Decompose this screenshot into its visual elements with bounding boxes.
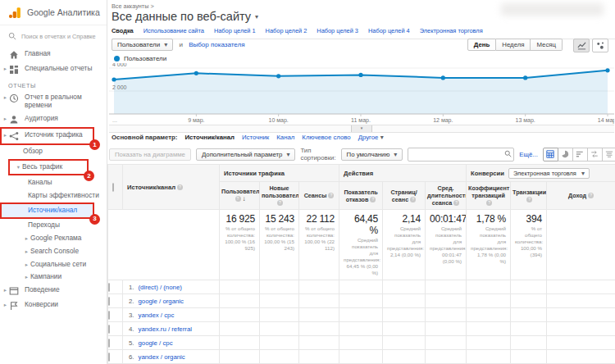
sidebar-item-search-console[interactable]: ▸Search Console — [0, 245, 107, 258]
primary-dimension-link[interactable]: Источник — [242, 134, 269, 141]
summary-cell: 00:01:47Средний показатель для представл… — [426, 210, 467, 280]
tab-6[interactable]: Набор целей 4 — [368, 27, 410, 34]
comparison-view-button[interactable] — [588, 148, 603, 162]
sidebar-item-специальные-отчеты[interactable]: ▸Специальные отчеты — [0, 62, 107, 77]
row-metric-cell — [467, 280, 511, 294]
plot-rows-button[interactable]: Показать на диаграмме — [109, 148, 191, 161]
source-link[interactable]: yandex / cpc — [139, 312, 175, 319]
row-metric-cell — [260, 322, 299, 336]
expand-arrow-icon: ▸ — [2, 302, 9, 308]
row-checkbox[interactable] — [108, 311, 110, 320]
help-icon: ? — [277, 200, 283, 206]
sidebar-item-главная[interactable]: Главная — [0, 48, 107, 62]
source-column-header[interactable]: Источник/канал? — [123, 165, 220, 210]
group-header-acquisition: Источники трафика — [220, 165, 339, 182]
summary-cell: 2,14Средний показатель для представления… — [383, 210, 426, 280]
source-link[interactable]: google / organic — [139, 298, 184, 305]
tab-7[interactable]: Электронная торговля — [420, 27, 483, 34]
sidebar-item-label: Search Console — [30, 248, 103, 256]
sidebar-item-конверсии[interactable]: ▸Конверсии — [0, 298, 107, 313]
column-header[interactable]: Коэффициент транзакций? — [467, 182, 511, 210]
sidebar: Google Аналитика Поиск в отчетах и Справ… — [0, 0, 107, 364]
sidebar-item-аудитория[interactable]: ▸Аудитория — [0, 112, 107, 127]
tab-4[interactable]: Набор целей 2 — [266, 27, 308, 34]
annotation-badge-2: 2 — [84, 171, 94, 181]
primary-dimension-link[interactable]: Ключевое слово — [302, 134, 350, 141]
column-header[interactable]: Сред. длительность сеанса? — [426, 182, 467, 210]
line-chart-button[interactable] — [573, 39, 590, 52]
table-search-input[interactable] — [408, 148, 514, 162]
behavior-icon — [9, 286, 19, 296]
users-chart[interactable]: 2 0004 0009 мар.10 мар.11 мар.12 мар.13 … — [109, 63, 614, 124]
row-metric-cell — [299, 308, 339, 322]
source-link[interactable]: google / cpc — [139, 339, 173, 347]
expand-arrow-icon: ▸ — [23, 235, 30, 242]
metric-dropdown[interactable]: Пользователи ▾ — [112, 39, 173, 51]
sidebar-item-источник-канал[interactable]: Источник/канал3 — [0, 202, 94, 219]
svg-text:...: ... — [112, 117, 117, 123]
secondary-dimension-dropdown[interactable]: Дополнительный параметр ▾ — [196, 148, 296, 161]
row-checkbox[interactable] — [108, 353, 110, 362]
column-header[interactable]: Показатель отказов? — [339, 182, 383, 210]
row-checkbox[interactable] — [108, 339, 110, 348]
primary-dimension-link[interactable]: Канал — [276, 134, 294, 141]
tab-2[interactable]: Использование сайта — [144, 27, 204, 34]
home-icon — [9, 50, 19, 60]
row-checkbox[interactable] — [108, 283, 110, 292]
app-logo[interactable]: Google Аналитика — [0, 0, 107, 25]
main-content: Все аккаунты > Все данные по веб-сайту ▾… — [107, 0, 615, 364]
sidebar-item-кампании[interactable]: ▸Кампании — [0, 271, 107, 284]
performance-view-button[interactable] — [573, 148, 588, 162]
sidebar-item-весь-трафик[interactable]: ▾Весь трафик2 — [8, 159, 89, 175]
granularity-день[interactable]: День — [467, 39, 497, 51]
sidebar-item-источник-трафика[interactable]: ▸Источник трафика1 — [0, 127, 94, 145]
sidebar-item-отчет-в-реальном-времени[interactable]: ▸Отчет в реальном времени — [0, 91, 107, 112]
row-metric-cell — [299, 280, 339, 294]
table-view-button[interactable] — [543, 148, 558, 162]
sidebar-item-поведение[interactable]: ▸Поведение — [0, 284, 107, 298]
sort-type-dropdown[interactable]: По умолчанию ▾ — [341, 148, 403, 161]
primary-dimension-selected[interactable]: Источник/канал — [184, 134, 235, 141]
source-link[interactable]: (direct) / (none) — [139, 284, 182, 291]
tab-5[interactable]: Набор целей 3 — [317, 27, 358, 34]
chevron-down-icon: ▾ — [164, 41, 167, 48]
expand-timeline-button[interactable]: ▾ — [351, 125, 372, 132]
column-header[interactable]: Страниц/сеанс? — [383, 182, 426, 210]
conversions-goal-dropdown[interactable]: Электронная торговля ▾ — [508, 168, 590, 179]
sidebar-item-социальные-сети[interactable]: ▸Социальные сети — [0, 258, 107, 271]
row-metric-cell — [339, 294, 383, 308]
row-checkbox[interactable] — [108, 325, 110, 334]
custom-reports-icon — [9, 65, 19, 75]
select-all-checkbox[interactable] — [112, 183, 114, 192]
tab-1[interactable]: Сводка — [112, 27, 134, 34]
source-link[interactable]: yandex.ru / referral — [139, 325, 192, 333]
help-icon: ? — [453, 200, 459, 206]
granularity-неделя[interactable]: Неделя — [496, 39, 531, 51]
percentage-view-button[interactable] — [558, 148, 573, 162]
primary-dimension-more[interactable]: Другое ▾ — [358, 134, 384, 141]
help-icon: ? — [486, 200, 492, 206]
breadcrumb[interactable]: Все аккаунты > — [112, 2, 154, 10]
column-header[interactable]: Сеансы? — [299, 182, 339, 210]
table-search — [408, 148, 514, 162]
chevron-down-icon: ▾ — [380, 134, 384, 141]
granularity-месяц[interactable]: Месяц — [531, 39, 563, 51]
column-header[interactable]: Новые пользователи? — [260, 182, 299, 210]
column-header[interactable]: Доход? — [547, 182, 615, 210]
source-link[interactable]: yandex / organic — [139, 353, 185, 361]
motion-chart-button[interactable] — [592, 39, 608, 52]
sidebar-search[interactable]: Поиск в отчетах и Справке — [0, 25, 107, 46]
term-cloud-view-button[interactable] — [603, 148, 615, 162]
row-source-cell: 5.google / cpc — [123, 336, 220, 350]
advanced-search-link[interactable]: Ещё... — [519, 151, 537, 158]
column-header[interactable]: Пользователи?↓ — [220, 182, 260, 210]
expand-arrow-icon: ▸ — [2, 94, 9, 101]
sidebar-item-google-реклама[interactable]: ▸Google Реклама — [0, 232, 107, 245]
column-header[interactable]: Транзакции? — [511, 182, 547, 210]
legend-label: Пользователи — [124, 55, 166, 62]
sidebar-item-карты-эффективности[interactable]: Карты эффективности — [0, 189, 107, 202]
page-title[interactable]: Все данные по веб-сайту ▾ — [112, 10, 258, 23]
row-checkbox[interactable] — [108, 297, 110, 306]
tab-3[interactable]: Набор целей 1 — [214, 27, 256, 34]
select-metric-link[interactable]: Выбор показателя — [189, 41, 244, 48]
